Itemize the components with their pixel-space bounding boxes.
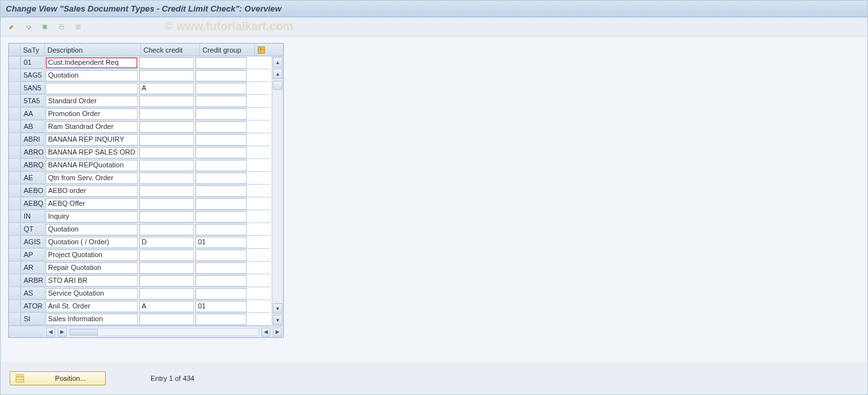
cell-credit-group[interactable]: [195, 198, 247, 210]
scroll-up-button[interactable]: ▲: [273, 57, 283, 67]
cell-credit-group[interactable]: [195, 172, 247, 184]
position-button[interactable]: Position...: [10, 371, 106, 385]
cell-saty[interactable]: ABRQ: [20, 159, 45, 171]
cell-saty[interactable]: AGIS: [20, 236, 45, 248]
hscroll-left-end-button[interactable]: ◀: [261, 328, 270, 337]
row-selector[interactable]: [9, 82, 20, 94]
cell-description[interactable]: BANANA REP INQUIRY: [45, 134, 138, 146]
cell-description[interactable]: Quotation ( / Order): [45, 237, 138, 248]
cell-check-credit[interactable]: [139, 211, 194, 223]
hscroll-left-button[interactable]: ◀: [46, 328, 55, 337]
cell-check-credit[interactable]: [139, 70, 194, 81]
cell-description[interactable]: Sales Information: [45, 314, 138, 325]
cell-check-credit[interactable]: [139, 121, 194, 133]
cell-saty[interactable]: ABRO: [20, 146, 45, 158]
cell-credit-group[interactable]: [195, 314, 247, 325]
cell-description[interactable]: Service Quotation: [45, 288, 138, 299]
cell-saty[interactable]: AE: [20, 172, 45, 184]
row-selector[interactable]: [9, 121, 20, 133]
row-selector[interactable]: [9, 146, 20, 158]
row-selector[interactable]: [9, 69, 20, 81]
cell-check-credit[interactable]: [139, 172, 194, 184]
column-header-check-credit[interactable]: Check credit: [141, 44, 200, 56]
row-selector[interactable]: [9, 236, 20, 248]
cell-check-credit[interactable]: [139, 275, 194, 287]
row-selector[interactable]: [9, 223, 20, 235]
cell-credit-group[interactable]: 01: [195, 237, 247, 248]
column-header-saty[interactable]: SaTy: [20, 44, 45, 56]
row-selector[interactable]: [9, 300, 20, 312]
cell-saty[interactable]: AEBO: [20, 185, 45, 197]
row-selector[interactable]: [9, 287, 20, 299]
cell-description[interactable]: AEBO order: [45, 185, 138, 197]
select-block-button[interactable]: [54, 20, 69, 34]
cell-check-credit[interactable]: [139, 224, 194, 235]
cell-credit-group[interactable]: [195, 288, 247, 299]
cell-check-credit[interactable]: [139, 288, 194, 299]
column-header-description[interactable]: Description: [45, 44, 141, 56]
hscroll-track[interactable]: [69, 328, 259, 336]
cell-description[interactable]: Quotation: [45, 224, 138, 235]
row-selector[interactable]: [9, 185, 20, 197]
row-selector[interactable]: [9, 133, 20, 146]
hscroll-right-button[interactable]: ▶: [58, 328, 67, 337]
undo-button[interactable]: [21, 20, 35, 34]
cell-description[interactable]: Cust.Independent Req: [45, 57, 138, 69]
row-selector[interactable]: [9, 159, 20, 171]
cell-description[interactable]: [45, 83, 138, 94]
cell-check-credit[interactable]: D: [139, 237, 194, 248]
cell-description[interactable]: BANANA REPQuotation: [45, 160, 138, 171]
cell-credit-group[interactable]: [195, 262, 247, 274]
cell-check-credit[interactable]: [139, 185, 194, 197]
row-selector[interactable]: [9, 210, 20, 223]
hscroll-thumb[interactable]: [70, 329, 98, 335]
cell-credit-group[interactable]: [195, 211, 247, 223]
hscroll-right-end-button[interactable]: ▶: [273, 328, 282, 337]
cell-saty[interactable]: AEBQ: [20, 198, 45, 210]
cell-credit-group[interactable]: [195, 160, 247, 171]
cell-check-credit[interactable]: [139, 262, 194, 274]
vertical-scrollbar[interactable]: ▲ ▲ ▼ ▼: [272, 56, 283, 326]
cell-saty[interactable]: ABRI: [20, 133, 45, 146]
cell-saty[interactable]: AS: [20, 287, 45, 299]
select-all-button[interactable]: [38, 20, 52, 34]
cell-check-credit[interactable]: [139, 147, 194, 158]
cell-saty[interactable]: ATOR: [20, 300, 45, 312]
cell-saty[interactable]: SI: [20, 313, 45, 325]
cell-saty[interactable]: QT: [20, 223, 45, 235]
row-selector-header[interactable]: [9, 44, 20, 56]
cell-description[interactable]: Inquiry: [45, 211, 138, 223]
row-selector[interactable]: [9, 262, 20, 274]
cell-check-credit[interactable]: [139, 160, 194, 171]
cell-description[interactable]: Standard Order: [45, 96, 138, 107]
scroll-down-button[interactable]: ▼: [273, 315, 283, 325]
cell-check-credit[interactable]: [139, 108, 194, 120]
cell-description[interactable]: Anil St. Order: [45, 301, 138, 312]
scroll-track[interactable]: [272, 80, 283, 303]
scroll-line-up-button[interactable]: ▲: [273, 69, 283, 79]
cell-description[interactable]: Ram Standrad Order: [45, 121, 138, 133]
cell-credit-group[interactable]: [195, 57, 247, 69]
cell-credit-group[interactable]: [195, 83, 247, 94]
row-selector[interactable]: [9, 198, 20, 210]
cell-credit-group[interactable]: [195, 249, 247, 261]
change-display-button[interactable]: [4, 20, 19, 34]
cell-credit-group[interactable]: [195, 224, 247, 235]
cell-check-credit[interactable]: [139, 314, 194, 325]
cell-saty[interactable]: ARBR: [20, 274, 45, 287]
cell-description[interactable]: BANANA REP SALES ORD: [45, 147, 138, 158]
cell-credit-group[interactable]: [195, 134, 247, 146]
cell-description[interactable]: AEBQ Offer: [45, 198, 138, 210]
cell-description[interactable]: Project Quotation: [45, 249, 138, 261]
cell-credit-group[interactable]: [195, 96, 247, 107]
scroll-line-down-button[interactable]: ▼: [273, 303, 283, 314]
row-selector[interactable]: [9, 108, 20, 120]
cell-check-credit[interactable]: [139, 134, 194, 146]
row-selector[interactable]: [9, 274, 20, 287]
cell-saty[interactable]: AB: [20, 121, 45, 133]
cell-description[interactable]: Promotion Order: [45, 108, 138, 120]
column-header-credit-group[interactable]: Credit group: [200, 44, 255, 56]
cell-credit-group[interactable]: [195, 147, 247, 158]
cell-check-credit[interactable]: A: [139, 301, 194, 312]
scroll-thumb[interactable]: [273, 81, 283, 90]
